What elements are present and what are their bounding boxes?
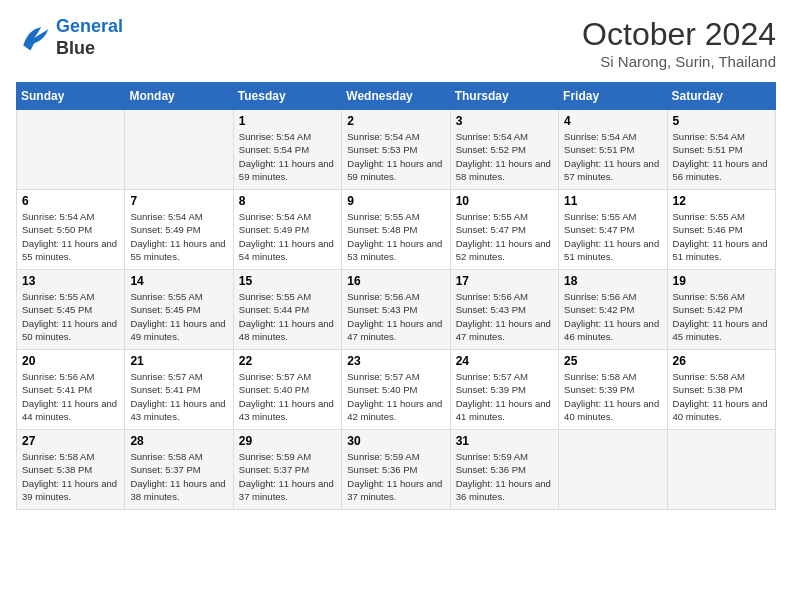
calendar-week-row: 20Sunrise: 5:56 AMSunset: 5:41 PMDayligh… [17,350,776,430]
cell-info: Sunrise: 5:55 AMSunset: 5:48 PMDaylight:… [347,210,444,263]
day-number: 19 [673,274,770,288]
day-number: 1 [239,114,336,128]
cell-info: Sunrise: 5:58 AMSunset: 5:38 PMDaylight:… [22,450,119,503]
cell-info: Sunrise: 5:54 AMSunset: 5:54 PMDaylight:… [239,130,336,183]
day-number: 23 [347,354,444,368]
day-number: 14 [130,274,227,288]
weekday-header-row: SundayMondayTuesdayWednesdayThursdayFrid… [17,83,776,110]
cell-info: Sunrise: 5:54 AMSunset: 5:51 PMDaylight:… [673,130,770,183]
cell-info: Sunrise: 5:54 AMSunset: 5:49 PMDaylight:… [130,210,227,263]
cell-info: Sunrise: 5:57 AMSunset: 5:40 PMDaylight:… [239,370,336,423]
calendar-cell: 4Sunrise: 5:54 AMSunset: 5:51 PMDaylight… [559,110,667,190]
cell-info: Sunrise: 5:56 AMSunset: 5:42 PMDaylight:… [564,290,661,343]
calendar-cell: 3Sunrise: 5:54 AMSunset: 5:52 PMDaylight… [450,110,558,190]
calendar-cell: 12Sunrise: 5:55 AMSunset: 5:46 PMDayligh… [667,190,775,270]
calendar-cell: 29Sunrise: 5:59 AMSunset: 5:37 PMDayligh… [233,430,341,510]
day-number: 27 [22,434,119,448]
cell-info: Sunrise: 5:58 AMSunset: 5:39 PMDaylight:… [564,370,661,423]
day-number: 31 [456,434,553,448]
cell-info: Sunrise: 5:57 AMSunset: 5:40 PMDaylight:… [347,370,444,423]
cell-info: Sunrise: 5:54 AMSunset: 5:51 PMDaylight:… [564,130,661,183]
day-number: 21 [130,354,227,368]
calendar-cell: 26Sunrise: 5:58 AMSunset: 5:38 PMDayligh… [667,350,775,430]
calendar-cell: 14Sunrise: 5:55 AMSunset: 5:45 PMDayligh… [125,270,233,350]
calendar-cell: 22Sunrise: 5:57 AMSunset: 5:40 PMDayligh… [233,350,341,430]
cell-info: Sunrise: 5:59 AMSunset: 5:36 PMDaylight:… [456,450,553,503]
calendar-cell: 15Sunrise: 5:55 AMSunset: 5:44 PMDayligh… [233,270,341,350]
calendar-cell: 30Sunrise: 5:59 AMSunset: 5:36 PMDayligh… [342,430,450,510]
calendar-cell: 1Sunrise: 5:54 AMSunset: 5:54 PMDaylight… [233,110,341,190]
cell-info: Sunrise: 5:54 AMSunset: 5:49 PMDaylight:… [239,210,336,263]
cell-info: Sunrise: 5:54 AMSunset: 5:53 PMDaylight:… [347,130,444,183]
day-number: 5 [673,114,770,128]
day-number: 15 [239,274,336,288]
day-number: 22 [239,354,336,368]
calendar-cell: 2Sunrise: 5:54 AMSunset: 5:53 PMDaylight… [342,110,450,190]
calendar-cell [17,110,125,190]
logo-text: GeneralBlue [56,16,123,59]
calendar-cell: 18Sunrise: 5:56 AMSunset: 5:42 PMDayligh… [559,270,667,350]
calendar-cell: 25Sunrise: 5:58 AMSunset: 5:39 PMDayligh… [559,350,667,430]
calendar-cell [559,430,667,510]
day-number: 30 [347,434,444,448]
location: Si Narong, Surin, Thailand [582,53,776,70]
day-number: 29 [239,434,336,448]
day-number: 11 [564,194,661,208]
calendar-cell: 8Sunrise: 5:54 AMSunset: 5:49 PMDaylight… [233,190,341,270]
calendar-week-row: 27Sunrise: 5:58 AMSunset: 5:38 PMDayligh… [17,430,776,510]
day-number: 25 [564,354,661,368]
cell-info: Sunrise: 5:55 AMSunset: 5:47 PMDaylight:… [456,210,553,263]
calendar-cell: 28Sunrise: 5:58 AMSunset: 5:37 PMDayligh… [125,430,233,510]
calendar-cell: 7Sunrise: 5:54 AMSunset: 5:49 PMDaylight… [125,190,233,270]
day-number: 7 [130,194,227,208]
cell-info: Sunrise: 5:55 AMSunset: 5:44 PMDaylight:… [239,290,336,343]
cell-info: Sunrise: 5:58 AMSunset: 5:38 PMDaylight:… [673,370,770,423]
calendar-cell: 13Sunrise: 5:55 AMSunset: 5:45 PMDayligh… [17,270,125,350]
weekday-header: Thursday [450,83,558,110]
calendar-week-row: 13Sunrise: 5:55 AMSunset: 5:45 PMDayligh… [17,270,776,350]
cell-info: Sunrise: 5:59 AMSunset: 5:36 PMDaylight:… [347,450,444,503]
calendar-cell: 24Sunrise: 5:57 AMSunset: 5:39 PMDayligh… [450,350,558,430]
calendar-cell: 31Sunrise: 5:59 AMSunset: 5:36 PMDayligh… [450,430,558,510]
day-number: 20 [22,354,119,368]
weekday-header: Monday [125,83,233,110]
cell-info: Sunrise: 5:55 AMSunset: 5:47 PMDaylight:… [564,210,661,263]
day-number: 26 [673,354,770,368]
cell-info: Sunrise: 5:56 AMSunset: 5:43 PMDaylight:… [347,290,444,343]
logo: GeneralBlue [16,16,123,59]
calendar-week-row: 6Sunrise: 5:54 AMSunset: 5:50 PMDaylight… [17,190,776,270]
cell-info: Sunrise: 5:56 AMSunset: 5:41 PMDaylight:… [22,370,119,423]
cell-info: Sunrise: 5:55 AMSunset: 5:45 PMDaylight:… [22,290,119,343]
cell-info: Sunrise: 5:56 AMSunset: 5:43 PMDaylight:… [456,290,553,343]
calendar-cell: 16Sunrise: 5:56 AMSunset: 5:43 PMDayligh… [342,270,450,350]
calendar-table: SundayMondayTuesdayWednesdayThursdayFrid… [16,82,776,510]
day-number: 3 [456,114,553,128]
calendar-cell: 23Sunrise: 5:57 AMSunset: 5:40 PMDayligh… [342,350,450,430]
calendar-cell: 19Sunrise: 5:56 AMSunset: 5:42 PMDayligh… [667,270,775,350]
day-number: 6 [22,194,119,208]
day-number: 4 [564,114,661,128]
cell-info: Sunrise: 5:55 AMSunset: 5:45 PMDaylight:… [130,290,227,343]
weekday-header: Sunday [17,83,125,110]
day-number: 18 [564,274,661,288]
weekday-header: Wednesday [342,83,450,110]
page-header: GeneralBlue October 2024 Si Narong, Suri… [16,16,776,70]
cell-info: Sunrise: 5:59 AMSunset: 5:37 PMDaylight:… [239,450,336,503]
calendar-cell: 27Sunrise: 5:58 AMSunset: 5:38 PMDayligh… [17,430,125,510]
day-number: 24 [456,354,553,368]
cell-info: Sunrise: 5:57 AMSunset: 5:39 PMDaylight:… [456,370,553,423]
weekday-header: Tuesday [233,83,341,110]
calendar-cell: 20Sunrise: 5:56 AMSunset: 5:41 PMDayligh… [17,350,125,430]
logo-icon [16,20,52,56]
day-number: 17 [456,274,553,288]
day-number: 2 [347,114,444,128]
weekday-header: Friday [559,83,667,110]
day-number: 10 [456,194,553,208]
weekday-header: Saturday [667,83,775,110]
cell-info: Sunrise: 5:57 AMSunset: 5:41 PMDaylight:… [130,370,227,423]
calendar-cell: 17Sunrise: 5:56 AMSunset: 5:43 PMDayligh… [450,270,558,350]
calendar-cell: 5Sunrise: 5:54 AMSunset: 5:51 PMDaylight… [667,110,775,190]
day-number: 9 [347,194,444,208]
calendar-cell: 11Sunrise: 5:55 AMSunset: 5:47 PMDayligh… [559,190,667,270]
cell-info: Sunrise: 5:56 AMSunset: 5:42 PMDaylight:… [673,290,770,343]
